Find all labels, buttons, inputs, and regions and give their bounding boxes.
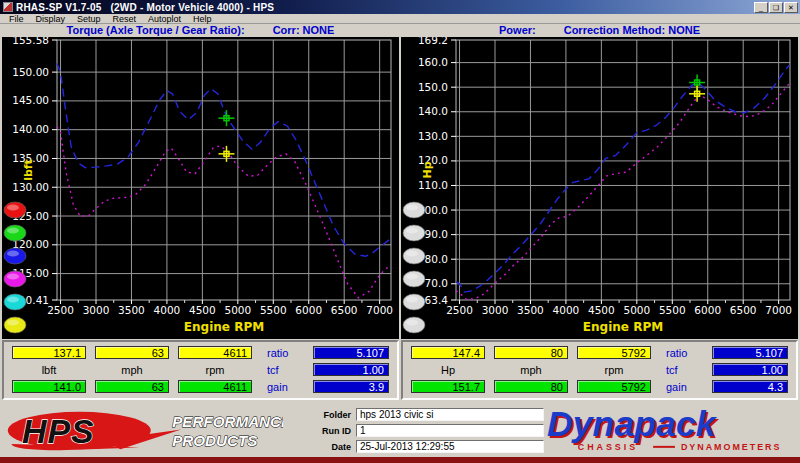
menu-item-reset[interactable]: Reset [107, 14, 143, 24]
power-chart-header: Power: Correction Method: NONE [401, 24, 798, 37]
app-icon [3, 2, 13, 12]
svg-text:5000: 5000 [623, 304, 650, 316]
folder-label: Folder [309, 410, 351, 420]
svg-text:140.0: 140.0 [418, 105, 448, 117]
torque-chart[interactable]: 2500300035004000450050005500600065007000… [2, 37, 399, 339]
titlebar[interactable]: RHAS-SP V1.7-05 (2WD - Motor Vehicle 400… [0, 0, 800, 14]
svg-text:6500: 6500 [331, 304, 358, 316]
svg-text:7000: 7000 [366, 304, 393, 316]
channel-button-2[interactable] [4, 248, 26, 264]
speed-unit-label: mph [95, 364, 169, 376]
torque-cursor-speed: 63 [95, 346, 169, 359]
torque-chart-header: Torque (Axle Torque / Gear Ratio): Corr:… [2, 24, 399, 37]
torque-correction-label: Corr: NONE [273, 24, 335, 37]
svg-text:2500: 2500 [446, 304, 473, 316]
power-cursor2-value: 151.7 [411, 380, 485, 393]
torque-chart-title: Torque (Axle Torque / Gear Ratio): [67, 24, 245, 37]
menu-item-display[interactable]: Display [30, 14, 72, 24]
torque-cursor-rpm: 4611 [178, 346, 252, 359]
power-unit-label: Hp [411, 364, 485, 376]
restore-button[interactable]: ❏ [769, 2, 783, 13]
tcf-value: 1.00 [712, 363, 788, 376]
svg-text:5000: 5000 [224, 304, 251, 316]
folder-input[interactable]: hps 2013 civic si [356, 408, 544, 421]
hps-line2: PRODUCTS [172, 432, 257, 449]
channel-button-1[interactable] [4, 225, 26, 241]
torque-cursor-value: 137.1 [12, 346, 86, 359]
channel-button-3[interactable] [403, 271, 425, 287]
torque-cursor-yellow[interactable] [218, 146, 234, 162]
power-chart[interactable]: 2500300035004000450050005500600065007000… [401, 37, 798, 339]
folder-row: Folder hps 2013 civic si [309, 408, 544, 421]
svg-text:3000: 3000 [83, 304, 110, 316]
svg-text:4500: 4500 [588, 304, 615, 316]
power-cursor-speed: 80 [494, 346, 568, 359]
svg-text:3000: 3000 [482, 304, 509, 316]
tcf-label: tcf [660, 364, 703, 376]
torque-run-blue [57, 64, 390, 257]
power-cursor-yellow[interactable] [689, 86, 705, 102]
plot-border [57, 40, 391, 300]
svg-text:6500: 6500 [730, 304, 757, 316]
footer: HPS PERFORMANCE PRODUCTS Folder hps 2013… [0, 402, 800, 457]
channel-button-5[interactable] [403, 317, 425, 333]
menu-item-help[interactable]: Help [187, 14, 218, 24]
charts-area: Torque (Axle Torque / Gear Ratio): Corr:… [0, 24, 800, 339]
channel-button-3[interactable] [4, 271, 26, 287]
date-row: Date 25-Jul-2013 12:29:55 [309, 440, 544, 453]
y-axis-title: lbft [22, 159, 35, 181]
power-cursor-value: 147.4 [411, 346, 485, 359]
svg-text:155.58: 155.58 [12, 37, 49, 46]
ratio-value: 5.107 [712, 346, 788, 359]
svg-text:5500: 5500 [659, 304, 686, 316]
run-id-input[interactable]: 1 [356, 424, 544, 437]
power-cursor2-speed: 80 [494, 380, 568, 393]
dynapack-logo: Dynapack Dynapack CHASSIS DYNAMOMETERS [544, 405, 792, 457]
window-controls: _ ❏ ✕ [754, 2, 798, 13]
ratio-label: ratio [660, 347, 703, 359]
power-run-blue [456, 65, 789, 292]
svg-text:63.4: 63.4 [425, 294, 449, 306]
dynapack-text: Dynapack [547, 405, 718, 444]
svg-text:80.0: 80.0 [425, 253, 448, 265]
rpm-unit-label: rpm [178, 364, 252, 376]
svg-text:145.00: 145.00 [12, 94, 49, 106]
svg-text:169.2: 169.2 [418, 37, 448, 46]
run-info-fields: Folder hps 2013 civic si Run ID 1 Date 2… [309, 408, 544, 453]
rpm-unit-label: rpm [577, 364, 651, 376]
channel-button-4[interactable] [403, 294, 425, 310]
y-axis-title: Hp [421, 161, 434, 178]
app-window: RHAS-SP V1.7-05 (2WD - Motor Vehicle 400… [0, 0, 800, 463]
close-button[interactable]: ✕ [784, 2, 798, 13]
svg-text:4500: 4500 [189, 304, 216, 316]
channel-button-1[interactable] [403, 225, 425, 241]
channel-button-5[interactable] [4, 317, 26, 333]
svg-text:4000: 4000 [553, 304, 580, 316]
svg-text:5500: 5500 [260, 304, 287, 316]
menu-item-setup[interactable]: Setup [71, 14, 107, 24]
menu-item-autoplot[interactable]: Autoplot [142, 14, 187, 24]
channel-button-4[interactable] [4, 294, 26, 310]
date-input[interactable]: 25-Jul-2013 12:29:55 [356, 440, 544, 453]
torque-cursor2-value: 141.0 [12, 380, 86, 393]
channel-button-0[interactable] [4, 202, 26, 218]
gain-label: gain [261, 381, 304, 393]
power-chart-panel: Power: Correction Method: NONE 250030003… [401, 24, 798, 339]
svg-text:130.00: 130.00 [12, 181, 49, 193]
svg-text:6000: 6000 [694, 304, 721, 316]
torque-unit-label: lbft [12, 364, 86, 376]
torque-cursor-green[interactable] [218, 110, 234, 126]
minimize-button[interactable]: _ [754, 2, 768, 13]
power-readout-panel: 147.4 80 5792 ratio 5.107 Hp mph rpm tcf… [401, 340, 798, 400]
channel-button-2[interactable] [403, 248, 425, 264]
power-run-magenta [456, 84, 789, 300]
menu-item-file[interactable]: File [3, 14, 30, 24]
power-cursor2-rpm: 5792 [577, 380, 651, 393]
run-id-row: Run ID 1 [309, 424, 544, 437]
power-correction-label: Correction Method: NONE [564, 24, 700, 37]
dynapack-sub2: DYNAMOMETERS [681, 441, 782, 451]
gain-value: 3.9 [313, 380, 389, 393]
svg-text:150.00: 150.00 [12, 66, 49, 78]
channel-button-0[interactable] [403, 202, 425, 218]
svg-text:2500: 2500 [47, 304, 74, 316]
